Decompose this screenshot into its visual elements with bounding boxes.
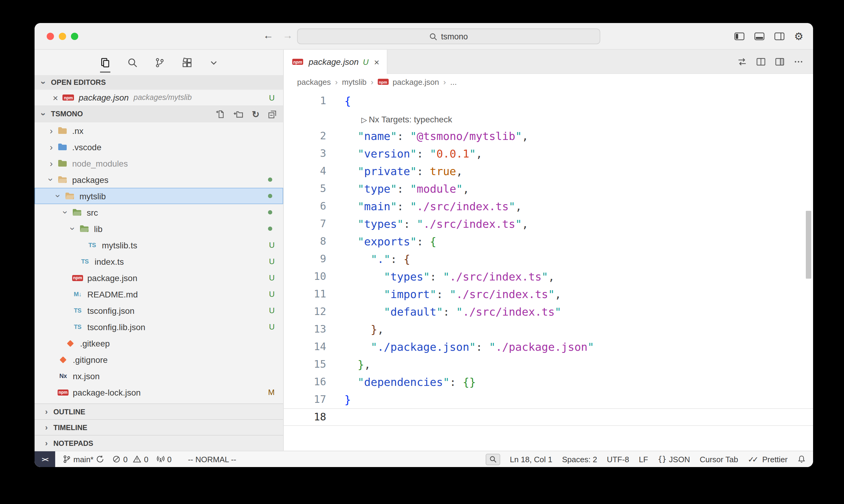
tree-item-src[interactable]: ›src [35,204,283,220]
chevron-right-icon[interactable]: › [47,142,56,151]
tree-item-package.json[interactable]: npmpackage.jsonU [35,270,283,286]
code-line-17[interactable]: 17} [284,391,813,408]
more-views-chevron-icon[interactable] [209,58,218,67]
code-line-6[interactable]: 6 "main": "./src/index.ts", [284,197,813,215]
tree-item-.nx[interactable]: ›.nx [35,122,283,139]
codelens-nx-targets[interactable]: ▷Nx Targets: typecheck [284,110,813,127]
command-center-search[interactable]: tsmono [297,29,600,44]
collapse-folders-icon[interactable] [268,109,277,119]
breadcrumb-mytslib[interactable]: mytslib [342,77,366,86]
toggle-primary-sidebar-icon[interactable] [734,32,744,41]
radio-tower-icon [156,455,165,463]
problems-indicator[interactable]: 0 0 [113,455,149,464]
formatter-indicator[interactable]: ✓✓ Prettier [748,455,788,464]
chevron-down-icon[interactable]: › [69,224,77,233]
toggle-panel-icon[interactable] [754,32,764,41]
code-line-7[interactable]: 7 "types": "./src/index.ts", [284,215,813,233]
tree-item-nx.json[interactable]: Nxnx.json [35,368,283,384]
more-actions-icon[interactable] [794,57,803,66]
code-line-12[interactable]: 12 "default": "./src/index.ts" [284,303,813,321]
indentation-indicator[interactable]: Spaces: 2 [562,455,597,464]
tree-item-label: src [87,208,98,217]
maximize-window-button[interactable] [71,33,78,40]
remote-indicator[interactable]: >< [35,451,55,467]
navigate-forward-icon[interactable]: → [282,30,293,42]
new-file-icon[interactable] [216,109,225,119]
open-changes-icon[interactable] [756,57,766,66]
chevron-right-icon[interactable]: › [47,159,56,168]
close-editor-icon[interactable]: × [53,93,58,102]
tree-item-packages[interactable]: ›packages [35,172,283,188]
tree-item-README.md[interactable]: M↓README.mdU [35,286,283,302]
explorer-section-header[interactable]: › TSMONO ↻ [35,105,283,122]
extensions-view-icon[interactable] [182,57,192,68]
eol-indicator[interactable]: LF [639,455,648,464]
code-line-3[interactable]: 3 "version": "0.0.1", [284,145,813,162]
code-line-1[interactable]: 1{ [284,92,813,110]
code-line-13[interactable]: 13 }, [284,321,813,338]
chevron-down-icon[interactable]: › [54,192,63,200]
tree-item-tsconfig.lib.json[interactable]: TStsconfig.lib.jsonU [35,319,283,335]
code-line-5[interactable]: 5 "type": "module", [284,180,813,197]
code-line-10[interactable]: 10 "types": "./src/index.ts", [284,268,813,285]
tree-item-index.ts[interactable]: TSindex.tsU [35,253,283,270]
sync-icon[interactable] [96,455,105,463]
tree-item-lib[interactable]: ›lib [35,220,283,237]
tree-item-tsconfig.json[interactable]: TStsconfig.jsonU [35,302,283,319]
outline-section-header[interactable]: › OUTLINE [35,403,283,419]
code-line-4[interactable]: 4 "private": true, [284,162,813,180]
open-editor-item[interactable]: × npm package.json packages/mytslib U [35,90,283,105]
toggle-secondary-sidebar-icon[interactable] [774,32,785,41]
chevron-right-icon[interactable]: › [47,126,56,135]
tree-item-.gitkeep[interactable]: .gitkeep [35,335,283,352]
tab-package-json[interactable]: npm package.json U × [284,50,387,74]
run-icon[interactable]: ▷ [361,116,367,124]
code-line-11[interactable]: 11 "import": "./src/index.ts", [284,285,813,303]
code-line-18[interactable]: 18 [284,408,813,426]
explorer-view-icon[interactable] [100,57,110,68]
tree-item-.gitignore[interactable]: .gitignore [35,352,283,368]
breadcrumb-packages[interactable]: packages [297,77,331,86]
code-line-15[interactable]: 15 }, [284,356,813,373]
timeline-section-header[interactable]: › TIMELINE [35,419,283,435]
minimize-window-button[interactable] [59,33,66,40]
code-line-9[interactable]: 9 ".": { [284,250,813,268]
new-folder-icon[interactable] [234,109,243,119]
breadcrumb-more[interactable]: ... [450,77,457,86]
branch-indicator[interactable]: main* [63,455,105,464]
code-line-2[interactable]: 2 "name": "@tsmono/mytslib", [284,127,813,145]
tree-item-mytslib[interactable]: ›mytslib [35,188,283,204]
search-view-icon[interactable] [127,57,137,68]
notifications-bell-icon[interactable] [797,455,806,463]
zoom-indicator[interactable] [486,453,500,465]
breadcrumb-package-json[interactable]: package.json [393,77,439,86]
chevron-down-icon[interactable]: › [61,208,70,217]
code-line-16[interactable]: 16 "dependencies": {} [284,373,813,391]
cursor-position[interactable]: Ln 18, Col 1 [510,455,552,464]
settings-gear-icon[interactable]: ⚙ [794,30,804,43]
tree-item-.vscode[interactable]: ›.vscode [35,139,283,155]
language-mode-indicator[interactable]: {} JSON [658,455,690,464]
code-line-8[interactable]: 8 "exports": { [284,233,813,250]
source-control-view-icon[interactable] [154,57,165,68]
notepads-section-header[interactable]: › NOTEPADS [35,435,283,451]
code-line-14[interactable]: 14 "./package.json": "./package.json" [284,338,813,356]
refresh-explorer-icon[interactable]: ↻ [252,109,259,119]
cursor-tab-indicator[interactable]: Cursor Tab [700,455,738,464]
tree-item-node_modules[interactable]: ›node_modules [35,155,283,172]
close-window-button[interactable] [47,33,54,40]
compare-changes-icon[interactable] [737,57,747,66]
split-editor-icon[interactable] [775,57,785,66]
close-tab-icon[interactable]: × [374,57,380,66]
scrollbar-thumb[interactable] [806,211,811,278]
tree-item-mytslib.ts[interactable]: TSmytslib.tsU [35,237,283,253]
navigate-back-icon[interactable]: ← [263,30,273,42]
editor-actions [737,50,813,73]
ports-indicator[interactable]: 0 [156,455,171,464]
chevron-down-icon[interactable]: › [47,175,56,184]
vim-mode-indicator[interactable]: -- NORMAL -- [188,455,236,464]
open-editors-header[interactable]: › OPEN EDITORS [35,75,283,90]
tree-item-package-lock.json[interactable]: npmpackage-lock.jsonM [35,384,283,400]
code-editor[interactable]: 1{▷Nx Targets: typecheck2 "name": "@tsmo… [284,90,813,451]
encoding-indicator[interactable]: UTF-8 [607,455,630,464]
